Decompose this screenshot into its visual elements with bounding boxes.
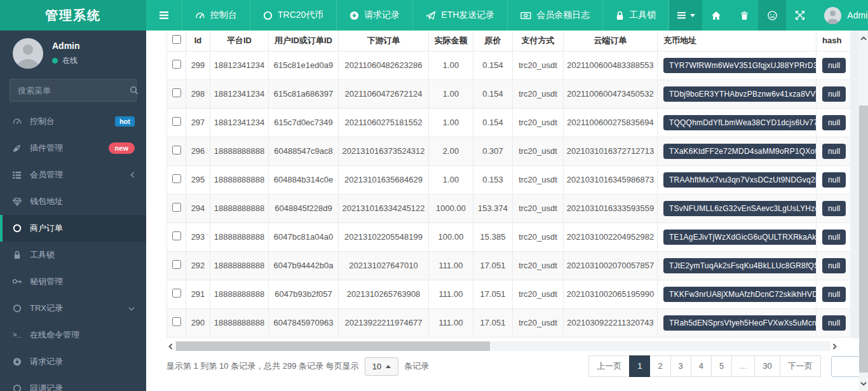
home-button[interactable]	[702, 0, 730, 31]
page-button-2[interactable]: 2	[649, 355, 670, 377]
table-row: 297 18812341234 615c7d0ec7349 2021106027…	[167, 108, 851, 137]
page-ellipsis[interactable]: ...	[731, 355, 755, 377]
address-badge: TE1AgEJivTjWzXdGicG6uQULTRXRkaAkK4	[663, 230, 817, 245]
nav-item-request-log[interactable]: 请求记录	[336, 0, 412, 31]
sidebar-item-tool-lock[interactable]: 工具锁	[0, 242, 146, 268]
terminal-icon: >_	[11, 331, 22, 339]
sidebar-item-members[interactable]: 会员管理	[0, 161, 146, 188]
nav-item-eth-send-log[interactable]: ETH发送记录	[412, 0, 507, 31]
select-all-checkbox[interactable]	[172, 35, 181, 44]
cell-deposit-address: TE1AgEJivTjWzXdGicG6uQULTRXRkaAkK4	[658, 223, 817, 251]
sidebar-item-wallet-address[interactable]: 钱包地址	[0, 188, 146, 215]
navbar-user-menu[interactable]: Admin	[814, 0, 868, 31]
cell-actual-amount: 1000.00	[429, 194, 473, 223]
row-checkbox[interactable]	[172, 289, 181, 298]
navbar-right: Admin	[669, 0, 868, 31]
sidebar-item-trx-records[interactable]: TRX记录	[0, 295, 146, 322]
row-checkbox[interactable]	[172, 260, 181, 269]
next-page-button[interactable]: 下一页	[780, 355, 821, 377]
table-vertical-scroll-track[interactable]	[850, 31, 859, 338]
row-checkbox[interactable]	[172, 88, 181, 97]
cell-id: 290	[186, 308, 210, 337]
page-button-5[interactable]: 5	[711, 355, 732, 377]
sidebar-item-plugins[interactable]: 插件管理 new	[0, 135, 146, 161]
cell-deposit-address: TQQQhmDdYfLbmWea38CYD1dcjs6Uv77L8b	[658, 108, 817, 137]
cell-original-price: 15.385	[473, 223, 513, 251]
chevron-down-icon	[690, 14, 695, 17]
navbar-username: Admin	[847, 10, 868, 20]
nav-item-trc20[interactable]: TRC20代币	[250, 0, 336, 31]
nav-item-tool-lock[interactable]: 工具锁	[602, 0, 669, 31]
cell-deposit-address: TSvNFUMLL6zG32vEnSAevc3LgUsLYHzeeT	[658, 194, 817, 223]
scroll-left-icon[interactable]	[166, 341, 175, 351]
sidebar-toggle-button[interactable]	[146, 0, 182, 31]
per-page-select[interactable]: 10	[365, 357, 398, 376]
cell-cloud-order: 2021100600473450532	[564, 79, 658, 108]
cell-id: 298	[186, 79, 210, 108]
cell-original-price: 0.307	[473, 137, 513, 165]
page-button-1[interactable]: 1	[629, 355, 650, 377]
cell-pay-method: trc20_usdt	[513, 194, 564, 223]
sidebar-item-dashboard[interactable]: 控制台 hot	[0, 108, 146, 135]
top-navbar: 管理系统 控制台 TRC20代币 请求记录	[0, 0, 868, 31]
avatar[interactable]	[13, 38, 43, 69]
cell-hash: null	[817, 223, 851, 251]
address-badge: TKKFw3nrUA8jXMuAfzhDcnC72skikhHVDn	[663, 287, 817, 302]
sidebar-item-merchant-orders[interactable]: 商户订单	[0, 215, 146, 242]
menu-search-box	[10, 79, 137, 102]
cell-hash: null	[817, 79, 851, 108]
cell-id: 292	[186, 251, 210, 280]
sidebar-item-request-log[interactable]: 请求记录	[0, 348, 146, 375]
page-button-30[interactable]: 30	[754, 355, 780, 377]
horizontal-scroll-thumb[interactable]	[176, 341, 490, 351]
row-check-cell	[167, 308, 186, 337]
cell-user-or-order-id: 615c81a686397	[269, 79, 339, 108]
row-check-cell	[167, 165, 186, 194]
row-checkbox[interactable]	[172, 203, 181, 212]
header-deposit-address: 充币地址	[658, 31, 817, 51]
cell-hash: null	[817, 251, 851, 280]
nav-item-member-balance-log[interactable]: 会员余额日志	[507, 0, 602, 31]
cell-pay-method: trc20_usdt	[513, 308, 564, 337]
prev-page-button[interactable]: 上一页	[588, 355, 630, 377]
scroll-up-icon[interactable]	[859, 33, 868, 43]
cell-actual-amount: 1.00	[429, 165, 473, 194]
header-actual-amount: 实际金额	[429, 31, 473, 51]
cell-cloud-order: 2021100600275835694	[564, 108, 658, 137]
row-check-cell	[167, 79, 186, 108]
horizontal-scroll-track[interactable]	[175, 341, 831, 351]
trash-button[interactable]	[730, 0, 758, 31]
sidebar-item-online-commands[interactable]: >_ 在线命令管理	[0, 322, 146, 348]
address-badge: TRAAhftMxX7vu3qn7VxsDCzUt9NDGvq2Bq	[663, 172, 817, 188]
hash-badge: null	[822, 115, 846, 130]
sidebar-item-key-management[interactable]: 秘钥管理	[0, 268, 146, 295]
cell-downstream-order: 202131016334245122	[339, 194, 429, 223]
address-badge: TRah5dENSprsVtyeh5HeoFVXwXs5uMcnmq	[663, 315, 817, 331]
menu-list-dropdown[interactable]	[669, 0, 702, 31]
cell-platform-id: 18888888888	[210, 137, 269, 165]
circle-icon	[11, 224, 22, 233]
theme-button[interactable]	[758, 0, 786, 31]
vertical-scroll-thumb[interactable]	[859, 106, 868, 373]
scroll-right-icon[interactable]	[831, 341, 839, 351]
sidebar-item-callback-log[interactable]: 回调记录	[0, 375, 146, 391]
page-button-3[interactable]: 3	[670, 355, 691, 377]
row-checkbox[interactable]	[172, 231, 181, 240]
search-icon[interactable]	[130, 86, 139, 95]
row-check-cell	[167, 51, 186, 79]
cell-hash: null	[817, 137, 851, 165]
row-checkbox[interactable]	[172, 174, 181, 183]
page-button-4[interactable]: 4	[691, 355, 712, 377]
fullscreen-button[interactable]	[786, 0, 814, 31]
pagination-info: 显示第 1 到第 10 条记录，总共 299 条记录 每页显示 10 条记录	[166, 357, 429, 376]
orders-table-viewport: Id 平台ID 用户ID或订单ID 下游订单 实际金额 原价 支付方式 云端订单…	[166, 31, 850, 338]
cell-downstream-order: 20211060275181552	[339, 108, 429, 137]
row-checkbox[interactable]	[172, 117, 181, 126]
row-checkbox[interactable]	[172, 317, 181, 326]
scroll-down-icon[interactable]	[859, 378, 868, 388]
row-checkbox[interactable]	[172, 60, 181, 69]
menu-search-input[interactable]	[18, 86, 130, 95]
nav-item-dashboard[interactable]: 控制台	[182, 0, 250, 31]
nav-item-label: 会员余额日志	[536, 10, 590, 21]
row-checkbox[interactable]	[172, 146, 181, 154]
